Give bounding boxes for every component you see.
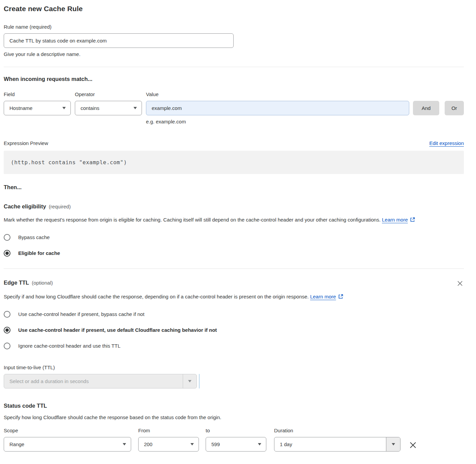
ttl-duration-placeholder: Select or add a duration in seconds	[4, 374, 183, 388]
duration-dropdown-button[interactable]	[386, 437, 400, 451]
status-code-ttl-row: Scope Range From 200 to 599 Duration 1 d…	[4, 427, 464, 452]
duration-column: Duration 1 day	[274, 427, 400, 452]
page-title: Create new Cache Rule	[4, 5, 464, 13]
radio-button-selected-icon[interactable]	[4, 327, 10, 334]
to-select[interactable]: 599	[206, 437, 266, 452]
scope-column: Scope Range	[4, 427, 131, 452]
radio-button-icon[interactable]	[4, 311, 10, 318]
cache-eligibility-title: Cache eligibility	[4, 203, 46, 209]
cache-eligibility-description: Mark whether the request’s response from…	[4, 215, 464, 225]
match-row: Field Hostname Operator contains Value e…	[4, 91, 464, 125]
radio-label: Ignore cache-control header and use this…	[18, 343, 120, 349]
edit-expression-link[interactable]: Edit expression	[429, 140, 464, 146]
to-column: to 599	[206, 427, 266, 452]
radio-label: Bypass cache	[18, 234, 50, 241]
or-button[interactable]: Or	[445, 101, 464, 115]
remove-status-ttl-button[interactable]	[408, 440, 418, 450]
section-divider	[4, 268, 464, 269]
external-link-icon	[410, 217, 415, 222]
edge-ttl-heading: Edge TTL(optional)	[4, 280, 53, 286]
edge-ttl-learn-more-link[interactable]: Learn more	[310, 294, 336, 299]
radio-use-header-bypass[interactable]: Use cache-control header if present, byp…	[4, 311, 464, 318]
duration-value: 1 day	[274, 437, 386, 451]
expression-code: (http.host contains "example.com")	[11, 159, 127, 166]
value-label: Value	[146, 91, 409, 97]
field-label: Field	[4, 91, 71, 97]
rule-name-helper: Give your rule a descriptive name.	[4, 51, 464, 57]
cache-eligibility-heading: Cache eligibility(required)	[4, 203, 464, 210]
radio-eligible-for-cache[interactable]: Eligible for cache	[4, 250, 464, 257]
ttl-input-field: Input time-to-live (TTL) Select or add a…	[4, 364, 464, 388]
rule-name-label: Rule name (required)	[4, 24, 464, 30]
create-cache-rule-form: Create new Cache Rule Rule name (require…	[0, 0, 476, 460]
edge-ttl-header: Edge TTL(optional)	[4, 280, 464, 287]
chevron-down-icon	[133, 107, 137, 109]
duration-combobox[interactable]: 1 day	[274, 437, 400, 452]
cache-eligibility-description-text: Mark whether the request’s response from…	[4, 217, 381, 223]
expression-preview-label: Expression Preview	[4, 140, 48, 146]
ttl-duration-select[interactable]: Select or add a duration in seconds	[4, 374, 197, 388]
radio-label: Eligible for cache	[18, 250, 60, 257]
field-select[interactable]: Hostname	[4, 101, 71, 115]
to-select-value: 599	[211, 441, 220, 447]
cache-eligibility-learn-more-link[interactable]: Learn more	[382, 217, 408, 223]
operator-select[interactable]: contains	[75, 101, 142, 115]
from-column: From 200	[138, 427, 199, 452]
edge-ttl-qualifier: (optional)	[32, 280, 53, 286]
logic-buttons: And Or	[409, 101, 464, 115]
chevron-down-icon	[188, 380, 191, 382]
radio-ignore-header[interactable]: Ignore cache-control header and use this…	[4, 343, 464, 349]
chevron-down-icon	[62, 107, 66, 109]
from-label: From	[138, 427, 199, 434]
radio-label: Use cache-control header if present, byp…	[18, 311, 144, 318]
from-select-value: 200	[144, 441, 152, 447]
value-column: Value e.g. example.com	[146, 91, 409, 125]
status-code-ttl-heading: Status code TTL	[4, 403, 464, 409]
edge-ttl-description: Specify if and how long Cloudflare shoul…	[4, 292, 375, 301]
status-code-ttl-description: Specify how long Cloudflare should cache…	[4, 414, 464, 420]
edge-ttl-title: Edge TTL	[4, 280, 29, 286]
section-divider	[4, 67, 464, 67]
from-select[interactable]: 200	[138, 437, 199, 452]
edge-ttl-close-button[interactable]	[456, 280, 464, 287]
cache-eligibility-options: Bypass cache Eligible for cache	[4, 234, 464, 257]
then-heading: Then...	[4, 184, 464, 191]
edge-ttl-options: Use cache-control header if present, byp…	[4, 311, 464, 349]
ttl-duration-dropdown-button[interactable]	[183, 374, 197, 388]
match-heading: When incoming requests match...	[4, 76, 464, 82]
chevron-down-icon	[258, 443, 261, 445]
scope-select-value: Range	[9, 441, 24, 447]
radio-bypass-cache[interactable]: Bypass cache	[4, 234, 464, 241]
duration-label: Duration	[274, 427, 400, 434]
ttl-input-label: Input time-to-live (TTL)	[4, 364, 464, 371]
and-button[interactable]: And	[413, 101, 439, 115]
scope-select[interactable]: Range	[4, 437, 131, 452]
edge-ttl-description-text: Specify if and how long Cloudflare shoul…	[4, 294, 309, 299]
to-label: to	[206, 427, 266, 434]
operator-column: Operator contains	[75, 91, 142, 115]
ttl-combobox-wrap: Select or add a duration in seconds	[4, 374, 464, 388]
rule-name-input[interactable]	[4, 33, 234, 48]
radio-button-icon[interactable]	[4, 343, 10, 349]
field-select-value: Hostname	[9, 105, 32, 111]
chevron-down-icon	[190, 443, 194, 445]
operator-label: Operator	[75, 91, 142, 97]
expression-header: Expression Preview Edit expression	[4, 140, 464, 146]
external-link-icon	[338, 294, 343, 299]
scope-label: Scope	[4, 427, 131, 434]
value-helper: e.g. example.com	[146, 118, 409, 125]
match-value-input[interactable]	[146, 101, 409, 115]
chevron-down-icon	[123, 443, 126, 445]
field-column: Field Hostname	[4, 91, 71, 115]
close-icon	[409, 441, 417, 450]
cache-eligibility-qualifier: (required)	[49, 204, 71, 209]
radio-button-icon[interactable]	[4, 234, 10, 241]
close-icon	[457, 280, 463, 287]
radio-button-selected-icon[interactable]	[4, 250, 10, 257]
operator-select-value: contains	[81, 105, 99, 111]
expression-code-box: (http.host contains "example.com")	[4, 151, 464, 174]
radio-use-header-default[interactable]: Use cache-control header if present, use…	[4, 327, 464, 334]
focus-caret	[199, 374, 200, 388]
chevron-down-icon	[392, 443, 395, 445]
radio-label: Use cache-control header if present, use…	[18, 327, 217, 334]
